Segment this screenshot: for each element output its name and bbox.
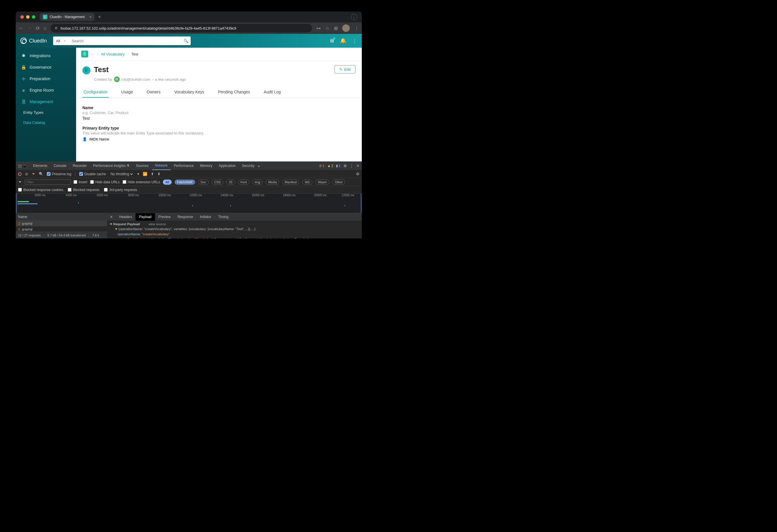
detail-tab-timing[interactable]: Timing [215,213,232,221]
close-detail-icon[interactable]: ✕ [107,215,116,219]
filter-pill-all[interactable]: All [163,180,172,185]
close-tab-icon[interactable]: × [89,15,92,19]
filter-pill-img[interactable]: Img [252,180,263,185]
filter-toggle-icon[interactable]: ⏷ [31,172,35,176]
devtools-tab-recorder[interactable]: Recorder [70,162,90,170]
disable-cache-checkbox[interactable]: Disable cache [79,172,106,176]
detail-tab-preview[interactable]: Preview [155,213,174,221]
browser-menu-icon[interactable]: ⋮ [354,25,359,31]
devtools-tab-memory[interactable]: Memory [197,162,215,170]
filter-pill-media[interactable]: Media [265,180,280,185]
tab-vocabulary-keys[interactable]: Vocabulary Keys [173,87,205,98]
filter-pill-fetch-xhr[interactable]: Fetch/XHR [175,180,195,185]
reload-icon[interactable]: ⟳ [36,25,40,31]
sidebar-item-preparation[interactable]: ⊹Preparation [16,73,76,85]
filter-pill-js[interactable]: JS [226,180,235,185]
filter-pill-doc[interactable]: Doc [198,180,209,185]
hide-data-urls-checkbox[interactable]: Hide data URLs [90,180,120,184]
chevron-down-icon[interactable]: ▾ [137,172,139,176]
edit-button[interactable]: ✎ Edit [335,65,355,74]
more-tabs-icon[interactable]: » [258,164,260,168]
sidebar-sub-entity-types[interactable]: Entity Types [16,107,76,117]
network-settings-icon[interactable]: ⚙ [356,172,359,176]
blocked-requests-checkbox[interactable]: Blocked requests [68,188,99,192]
minimize-window-icon[interactable] [26,15,29,19]
inspect-icon[interactable]: ◫ [18,164,21,168]
tabs-dropdown-icon[interactable]: ⌄ [351,14,357,20]
devtools-tab-security[interactable]: Security [239,162,257,170]
sidebar-item-engine-room[interactable]: ≡Engine Room [16,85,76,96]
upload-har-icon[interactable]: ⬆ [151,172,154,176]
detail-tab-response[interactable]: Response [174,213,196,221]
tab-configuration[interactable]: Configuration [82,87,109,98]
download-har-icon[interactable]: ⬇ [157,172,160,176]
preserve-log-checkbox[interactable]: Preserve log [47,172,71,176]
devtools-menu-icon[interactable]: ⋮ [350,164,353,168]
breadcrumb-link-all-vocabulary[interactable]: All Vocabulary [101,52,125,56]
tab-usage[interactable]: Usage [120,87,134,98]
filter-pill-other[interactable]: Other [332,180,345,185]
browser-tab[interactable]: C CluedIn - Management × [40,13,95,21]
maximize-window-icon[interactable] [32,15,35,19]
devtools-tab-network[interactable]: Network [152,162,171,170]
back-icon[interactable]: ← [19,25,23,31]
tab-owners[interactable]: Owners [145,87,162,98]
breadcrumb-ellipsis[interactable]: ··· [91,52,94,56]
notifications-icon[interactable]: 🔔 [340,38,346,44]
view-source-link[interactable]: view source [148,222,166,226]
devtools-tab-elements[interactable]: Elements [30,162,50,170]
device-toggle-icon[interactable]: 📱 [22,164,27,168]
devtools-tab-sources[interactable]: Sources [133,162,151,170]
clear-icon[interactable]: ⊘ [25,172,28,176]
sidebar-sub-data-catalog[interactable]: Data Catalog [16,117,76,127]
detail-tab-headers[interactable]: Headers [116,213,135,221]
third-party-checkbox[interactable]: 3rd-party requests [104,188,137,192]
app-logo[interactable]: CluedIn [20,38,47,44]
app-menu-icon[interactable]: ⋮ [352,38,357,44]
request-row[interactable]: {}graphql [16,221,107,226]
search-input[interactable] [69,36,181,45]
sidebar-item-management[interactable]: 🗄Management [16,96,76,107]
star-icon[interactable]: ☆ [325,25,329,31]
payload-summary[interactable]: {operationName: "createVocabulary", vari… [118,227,255,231]
site-settings-icon[interactable]: ⚙ [54,26,58,30]
devtools-tab-performance[interactable]: Performance [171,162,197,170]
devtools-settings-icon[interactable]: ⚙ [343,164,347,168]
devtools-tab-application[interactable]: Application [216,162,239,170]
tab-audit-log[interactable]: Audit Log [263,87,282,98]
warning-count[interactable]: ▲ 2 [327,164,333,168]
profile-avatar[interactable] [342,24,350,32]
tab-pending-changes[interactable]: Pending Changes [217,87,251,98]
filter-pill-font[interactable]: Font [238,180,249,185]
search-scope-select[interactable]: All [53,36,69,45]
devtools-close-icon[interactable]: ✕ [356,164,359,168]
network-timeline[interactable]: 2000 ms 4000 ms 6000 ms 8000 ms 10000 ms… [16,194,362,213]
devtools-tab-console[interactable]: Console [51,162,69,170]
sidebar-item-governance[interactable]: 🔒Governance [16,62,76,73]
search-icon[interactable]: 🔍 [39,172,43,176]
filter-input[interactable] [25,180,71,185]
new-tab-button[interactable]: + [98,14,101,20]
password-key-icon[interactable]: ⊶ [316,25,321,31]
forward-icon[interactable]: → [27,25,32,31]
close-window-icon[interactable] [20,15,24,19]
search-button[interactable]: 🔍 [181,36,191,45]
detail-tab-payload[interactable]: Payload [135,213,155,221]
invert-checkbox[interactable]: Invert [74,180,87,184]
extensions-icon[interactable]: ⊞ [334,25,338,31]
request-row[interactable]: {}graphql [16,226,107,232]
home-icon[interactable]: ⌂ [44,25,46,31]
record-icon[interactable] [18,172,21,176]
blocked-cookies-checkbox[interactable]: Blocked response cookies [18,188,63,192]
hide-extension-urls-checkbox[interactable]: Hide extension URLs [123,180,160,184]
sidebar-item-integrations[interactable]: ✱Integrations [16,50,76,62]
server-status-icon[interactable]: 🖥 [329,38,334,44]
filter-pill-wasm[interactable]: Wasm [315,180,329,185]
filter-pill-ws[interactable]: WS [302,180,312,185]
detail-tab-initiator[interactable]: Initiator [196,213,215,221]
devtools-tab-performance-insights[interactable]: Performance insights ⚗ [90,162,132,170]
filter-pill-manifest[interactable]: Manifest [282,180,300,185]
url-field[interactable]: ⚙ foobar.172.167.52.102.sslip.io/admin/m… [50,24,312,32]
info-count[interactable]: ▮ 1 [336,164,341,168]
error-count[interactable]: ⊘ 1 [319,164,324,168]
